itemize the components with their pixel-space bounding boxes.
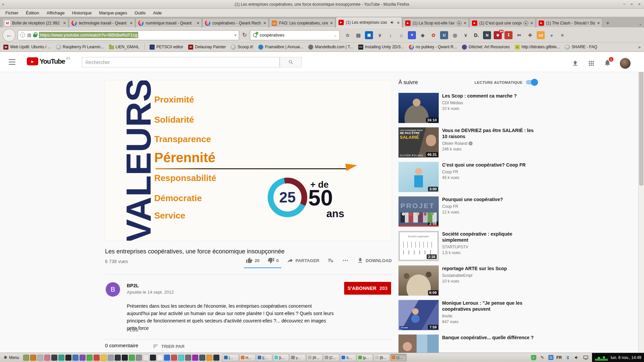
bookmark-item[interactable]: Scoop.it! (231, 45, 253, 50)
tab-close-icon[interactable]: × (63, 20, 66, 25)
search-go-icon[interactable]: → (332, 33, 337, 38)
menu-item-aide[interactable]: Aide (153, 10, 162, 15)
bookmark-star-icon[interactable]: ☆ (343, 31, 352, 39)
launcher-icon[interactable] (178, 355, 184, 361)
menu-hamburger-icon[interactable]: ≡ (558, 31, 566, 39)
launcher-icon[interactable] (136, 355, 142, 361)
launcher-icon[interactable] (206, 355, 212, 361)
display-icon[interactable] (583, 355, 589, 361)
video-thumbnail[interactable]: 3:00 (398, 162, 439, 192)
add-to-playlist-button[interactable] (327, 257, 334, 264)
dislike-button[interactable]: 0 (268, 257, 279, 264)
browser-tab[interactable]: ▶(1) La Scop est-elle l'av▶× (402, 18, 469, 27)
suggested-video-item[interactable]: Société coopérative2:16Société coopérati… (398, 231, 537, 261)
tab-close-icon[interactable]: × (397, 20, 399, 25)
launcher-icon[interactable] (115, 355, 121, 361)
launcher-icon[interactable] (143, 355, 149, 361)
video-thumbnail[interactable]: LES 10 RAISONS POURNE PAS ÊTRESALARIÉOLI… (398, 127, 439, 158)
scissors-icon[interactable]: ✂ (515, 31, 523, 39)
menu-item-historique[interactable]: Historique (72, 10, 92, 15)
autoplay-toggle[interactable] (526, 80, 537, 84)
video-thumbnail[interactable]: PROJET2:56 (398, 196, 439, 227)
color-dots-icon[interactable]: ✿ (429, 31, 437, 39)
video-thumbnail[interactable] (398, 335, 439, 353)
close-button[interactable]: × (638, 2, 641, 7)
sort-by-button[interactable]: TRIER PAR (153, 343, 184, 349)
browser-tab[interactable]: ▶(1) The Clash - Should I Sta× (536, 18, 602, 27)
bookmark-item[interactable]: Framalibre | Annuai... (258, 45, 303, 50)
taskbar-window-button[interactable]: H... (239, 354, 256, 361)
ublock-shield-icon[interactable]: U (440, 31, 448, 39)
bookmark-item[interactable]: LIEN_GMAIL (109, 45, 140, 49)
tab-close-icon[interactable]: × (464, 20, 466, 25)
launcher-icon[interactable] (87, 355, 93, 361)
bookmark-item[interactable]: Qno pubkey - Qwant R... (409, 45, 457, 50)
page-info-icon[interactable]: i (20, 33, 25, 38)
suggested-video-item[interactable]: Banque coopérative... quelle différence … (398, 335, 537, 353)
tab-media-play-icon[interactable]: ▶ (524, 21, 528, 25)
browser-tab[interactable]: Qcoopératives - Qwant Rech× (202, 18, 269, 27)
download-button[interactable]: DOWNLOAD (357, 257, 392, 264)
save-session-icon[interactable]: ▣ (365, 31, 373, 39)
launcher-icon[interactable] (30, 355, 36, 361)
bookmark-item[interactable]: Ghttp://bitrates.gifbite... (515, 45, 560, 50)
show-more-button[interactable]: PLUS (127, 328, 138, 333)
launcher-icon[interactable] (157, 355, 163, 361)
shield-badge-icon[interactable]: ◆84 (494, 31, 502, 39)
menu-item-dition[interactable]: Édition (26, 10, 39, 15)
bluetooth-icon[interactable] (565, 355, 571, 361)
keyboard-layout-indicator[interactable]: FR (556, 355, 562, 360)
browser-tab[interactable]: MBoîte de réception (21 992× (2, 18, 68, 27)
launcher-icon[interactable] (164, 355, 170, 361)
adblock-shield-icon[interactable]: ◆ (419, 31, 427, 39)
bookmark-item[interactable]: MrDelaunay Painter (188, 45, 226, 50)
sd-icon[interactable]: sd (537, 31, 545, 39)
browser-tab[interactable]: FAO: Les coopératives, une× (269, 18, 335, 27)
launcher-icon[interactable] (150, 355, 156, 361)
taskbar-window-button[interactable]: y... (290, 354, 306, 361)
minimize-button[interactable]: − (623, 2, 626, 7)
taskbar-menu-button[interactable]: ✱ Menu (1, 354, 22, 362)
bookmark-item[interactable]: SHARE - FAQ (565, 45, 597, 50)
launcher-icon[interactable] (37, 355, 43, 361)
tab-close-icon[interactable]: × (197, 20, 199, 25)
suggested-video-item[interactable]: 3:00C'est quoi une coopérative? Coop FRC… (398, 162, 537, 192)
launcher-icon[interactable] (65, 355, 71, 361)
taskbar-window-button[interactable]: [L... (273, 354, 289, 361)
search-bar[interactable]: + → (250, 30, 340, 40)
launcher-icon[interactable] (23, 355, 29, 361)
suggested-video-item[interactable]: LES 10 RAISONS POURNE PAS ÊTRESALARIÉOLI… (398, 127, 537, 158)
new-tab-button[interactable]: + (603, 19, 613, 27)
video-thumbnail[interactable]: 6:09 (398, 265, 439, 296)
tab-close-icon[interactable]: × (530, 20, 533, 25)
tab-audio-speaker-icon[interactable] (390, 20, 395, 25)
launcher-icon[interactable] (122, 355, 128, 361)
youtube-search-button[interactable] (280, 57, 302, 67)
search-engine-icon[interactable]: + (253, 33, 257, 38)
cpu-graph-icon[interactable] (595, 354, 608, 361)
youtube-search-input[interactable] (82, 60, 279, 65)
video-player[interactable]: VALEURS ProximitéSolidaritéTransparenceP… (105, 80, 392, 241)
disconnect-icon[interactable]: D. (472, 31, 480, 39)
bookmark-item[interactable]: CPETSCII editor (150, 45, 183, 50)
red-addon-icon[interactable]: ↧ (504, 31, 513, 39)
taskbar-window-button[interactable]: S... (340, 354, 356, 361)
launcher-icon[interactable] (72, 355, 78, 361)
tab-media-play-icon[interactable]: ▶ (457, 21, 462, 25)
tab-overflow-icon[interactable]: ⌄ (639, 22, 642, 26)
notes-icon[interactable] (548, 355, 553, 360)
url-input[interactable]: https://www.youtube.com/watch?v=BBh8wRcP… (39, 32, 138, 38)
launcher-icon[interactable] (58, 355, 64, 361)
taskbar-window-button[interactable]: [C... (323, 354, 339, 361)
noscript-icon[interactable]: N (483, 31, 491, 39)
taskbar-window-button[interactable]: [p... (357, 354, 373, 361)
suggested-video-item[interactable]: PROJET2:56Pourquoi une coopérative?Coop … (398, 196, 537, 227)
chevron-down-icon[interactable]: ∨ (376, 31, 384, 39)
tab-close-icon[interactable]: × (330, 20, 333, 25)
bookmark-item[interactable]: Raspberry Pi Learnin... (56, 45, 104, 50)
menu-item-marquepages[interactable]: Marque-pages (99, 10, 127, 15)
url-dropdown-icon[interactable]: ∨ (234, 33, 237, 37)
taskbar-window-button[interactable]: (1... (390, 354, 407, 361)
reader-mode-icon[interactable]: ▤ (27, 33, 31, 38)
video-thumbnail[interactable]: l'Invité7:59 (398, 300, 439, 330)
